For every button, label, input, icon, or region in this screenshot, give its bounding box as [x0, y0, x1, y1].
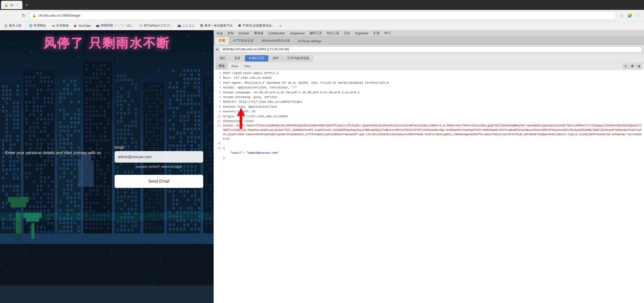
- http-line-9: 9 Content-Length: 25: [214, 109, 644, 114]
- bookmark-divider: [25, 23, 25, 28]
- back-button[interactable]: ←: [2, 12, 9, 19]
- burp-menu-zhuabao[interactable]: 抓包: [225, 30, 236, 36]
- tab-bar: 🔒 in × +: [0, 0, 644, 10]
- bookmark-niconico[interactable]: 📺 ニニコニ: [175, 22, 197, 29]
- settings-icon: ⚙: [298, 39, 301, 43]
- http-line-12: 12 Cookie: G2CTF_Token=CfDJ8JOjmUERd0LkH…: [214, 123, 644, 141]
- bookmark-more[interactable]: »: [277, 22, 283, 29]
- burp-suite-panel: bmp 抓包 Intruder 重放器 Collaborator Sequenc…: [214, 30, 644, 303]
- burp-subtab-hex[interactable]: Hex: [242, 63, 253, 69]
- bookmark-label: 新手上路: [9, 23, 21, 28]
- http-line-json-email: "email": "admin@ooxuan.com": [214, 151, 644, 155]
- bookmark-changyong[interactable]: 🌐 常用网址: [27, 22, 48, 29]
- login-form: Email missed clicked? return to login Se…: [115, 145, 203, 188]
- bookmark-jd[interactable]: 🛍 京东商城: [49, 22, 71, 29]
- burp-menu-sequencer[interactable]: Sequencer: [288, 31, 307, 36]
- http-line-6: 6 Accept-Encoding: gzip, deflate: [214, 95, 644, 100]
- bookmark-icon: 🌸: [139, 24, 143, 28]
- lock-icon: 🔒: [32, 14, 36, 17]
- burp-menu-extensions[interactable]: 扩展: [371, 30, 382, 36]
- bookmark-label: »: [280, 24, 281, 28]
- http-line-1: 1 POST /send-reset-email HTTP/1.1: [214, 71, 644, 76]
- bookmark-bilibili[interactable]: 📺 哔哩哔哩（ ' - ' ）つ口...: [94, 22, 136, 29]
- left-description: Enter your personal details and start jo…: [5, 149, 101, 157]
- webpage-panel: 风停了 只剩雨水不断 Enter your personal details a…: [0, 30, 214, 303]
- http-line-14: 14 {: [214, 146, 644, 151]
- burp-menu-encoder[interactable]: 编码工具: [307, 30, 324, 36]
- bilibili-icon: 📺: [96, 24, 100, 28]
- bookmark-icon: 🛍: [51, 24, 55, 28]
- login-form-overlay: Email missed clicked? return to login Se…: [104, 30, 214, 303]
- intercept-toggle-button[interactable]: 拦截已开启: [245, 55, 268, 61]
- burp-menu-organizer[interactable]: Organizer: [353, 31, 371, 36]
- menu-button[interactable]: ⋮: [635, 12, 642, 19]
- main-area: 风停了 只剩雨水不断 Enter your personal details a…: [0, 30, 644, 303]
- http-line-2: 2 Host: ctf.ctbu.edu.cn:33943: [214, 76, 644, 80]
- wrap-text-icon[interactable]: ≡: [623, 63, 628, 69]
- burp-menu-intruder[interactable]: Intruder: [236, 31, 251, 36]
- pencil-icon: ✏: [216, 47, 219, 52]
- chinese-text-overlay: 风停了 只剩雨水不断: [0, 30, 214, 56]
- burp-proxy-tabs: 拦截 HTTP历史记录 WebSocket历史记录 ⚙ Proxy settin…: [214, 36, 644, 45]
- nav-icons: ☆ 🧩 ⋮: [618, 12, 642, 19]
- bookmark-label: 教学一体化服务平台: [205, 23, 233, 28]
- address-bar[interactable]: 🔒 ctf.ctbu.edu.cn:33943/forget: [29, 11, 616, 20]
- return-to-login-link[interactable]: missed clicked? return to login: [115, 165, 203, 169]
- burp-menu-compare[interactable]: 对比工具: [325, 30, 341, 36]
- open-browser-button[interactable]: 打开内嵌浏览器: [283, 55, 313, 61]
- bookmark-xinshoushanlu[interactable]: 🏠 新手上路: [2, 22, 23, 29]
- line-nums-icon[interactable]: Ⅲ: [629, 63, 635, 69]
- extensions-button[interactable]: 🧩: [626, 12, 634, 19]
- tab-favicon: 🔒: [4, 3, 8, 7]
- http-line-5: 5 Accept-Language: zh-CN,zh;q=0.8,zh-TW;…: [214, 90, 644, 95]
- burp-sub-tabs: 美化 Raw Hex ≡ Ⅲ ≣: [214, 63, 644, 70]
- burp-menu-bmp[interactable]: bmp: [215, 31, 225, 36]
- bookmark-icon: 🌐: [29, 24, 33, 28]
- bookmarks-bar: 🏠 新手上路 🌐 常用网址 🛍 京东商城 ▶ YouTube 📺 哔哩哔哩（ '…: [0, 21, 644, 30]
- bookmark-tianfey[interactable]: 🌸 然Tianfeyのブログ...: [137, 22, 174, 29]
- drop-request-button[interactable]: 丢弃: [230, 55, 244, 61]
- burp-menu-collaborator[interactable]: Collaborator: [266, 31, 287, 36]
- active-tab[interactable]: 🔒 in ×: [1, 1, 22, 9]
- forward-button[interactable]: →: [11, 12, 18, 19]
- reload-button[interactable]: ↻: [20, 12, 27, 19]
- youtube-icon: ▶: [74, 24, 77, 28]
- burp-tab-intercept[interactable]: 拦截: [215, 36, 229, 45]
- burp-tab-proxy-settings[interactable]: ⚙ Proxy settings: [294, 38, 325, 45]
- bookmark-theol[interactable]: 🎓 THEOL在线教育综合...: [236, 22, 276, 29]
- bookmark-label: 然Tianfeyのブログ...: [144, 23, 172, 28]
- chinese-text: 风停了 只剩雨水不断: [44, 35, 170, 52]
- burp-subtab-raw[interactable]: Raw: [229, 63, 241, 69]
- action-button[interactable]: 操作: [269, 55, 283, 61]
- email-input[interactable]: [115, 151, 203, 163]
- http-line-4: 4 Accept: application/json, text/plain, …: [214, 85, 644, 90]
- burp-menu-bar: bmp 抓包 Intruder 重放器 Collaborator Sequenc…: [214, 30, 644, 36]
- tab-close-button[interactable]: ×: [15, 3, 19, 7]
- browser-chrome: 🔒 in × + ← → ↻ 🔒 ctf.ctbu.edu.cn:33943/f…: [0, 0, 644, 30]
- bookmark-youtube[interactable]: ▶ YouTube: [72, 22, 93, 29]
- send-email-button[interactable]: Send Email: [115, 175, 203, 188]
- forward-request-button[interactable]: 放行: [216, 55, 230, 61]
- burp-url-display: 请求http://ctf.ctbu.edu.cn:33943 [172.30.2…: [220, 46, 642, 53]
- new-tab-button[interactable]: +: [23, 1, 30, 9]
- burp-tab-websocket-history[interactable]: WebSocket历史记录: [258, 37, 294, 45]
- email-label: Email: [115, 145, 203, 150]
- burp-menu-learn[interactable]: 学习: [382, 30, 393, 36]
- bookmark-label: 常用网址: [34, 23, 46, 28]
- http-line-3: 3 User-Agent: Mozilla/5.0 (Windows NT 10…: [214, 81, 644, 85]
- bookmark-label: 京东商城: [56, 23, 69, 28]
- http-line-11: 11 Connection: close: [214, 119, 644, 123]
- http-request-content: 1 POST /send-reset-email HTTP/1.1 2 Host…: [214, 70, 644, 303]
- tab-title: in: [10, 3, 13, 7]
- bookmark-jiaoxue[interactable]: 📚 教学一体化服务平台: [198, 22, 235, 29]
- http-line-13: 13: [214, 141, 644, 146]
- burp-menu-repeater[interactable]: 重放器: [252, 30, 265, 36]
- sub-tab-icons: ≡ Ⅲ ≣: [623, 63, 642, 69]
- bookmark-label: ニニコニ: [182, 23, 195, 28]
- bookmark-label: 哔哩哔哩（ ' - ' ）つ口...: [101, 23, 134, 28]
- bookmark-star-button[interactable]: ☆: [618, 12, 625, 19]
- more-options-icon[interactable]: ≣: [636, 63, 642, 69]
- burp-subtab-pretty[interactable]: 美化: [216, 63, 228, 69]
- burp-tab-http-history[interactable]: HTTP历史记录: [229, 37, 258, 45]
- burp-menu-log[interactable]: 日志: [342, 30, 352, 36]
